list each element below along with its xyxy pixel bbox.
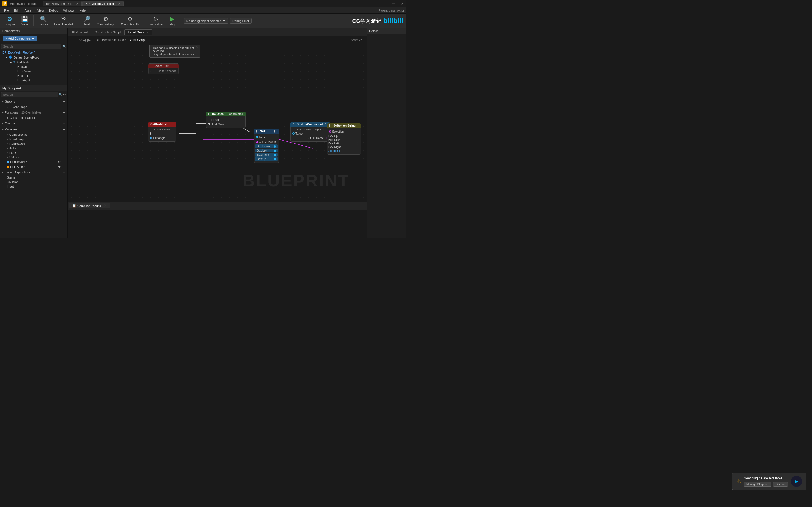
boxright-item[interactable]: □ BoxRight bbox=[0, 78, 67, 82]
title-bar: U MotionControllerMap BP_BoxMesh_Red+ ✕ … bbox=[0, 0, 406, 7]
default-scene-root[interactable]: ▸ 🔷 DefaultSceneRoot bbox=[0, 55, 67, 60]
switch-body: Selection Box Up Box Down Box Left bbox=[327, 128, 361, 155]
menu-edit[interactable]: Edit bbox=[12, 8, 22, 13]
switch-box-up: Box Up bbox=[328, 134, 359, 138]
construction-script-tab[interactable]: Construction Script bbox=[91, 30, 124, 35]
class-settings-button[interactable]: ⚙ Class Settings bbox=[94, 15, 117, 27]
macros-section[interactable]: ▸ Macros + bbox=[0, 120, 67, 126]
start-closed-pin bbox=[208, 123, 210, 125]
viewport-tab[interactable]: ⊞ Viewport bbox=[69, 29, 91, 35]
expand-icon: ▸ bbox=[6, 55, 7, 59]
event-dispatchers-section[interactable]: ▸ Event Dispatchers + bbox=[0, 169, 67, 175]
set-node[interactable]: SET Target Cut Dir Name Box bbox=[254, 129, 279, 163]
exec-out-pin bbox=[357, 146, 359, 149]
browse-button[interactable]: 🔍 Browse bbox=[36, 15, 50, 27]
cutboxmesh-pin-exec-out bbox=[148, 131, 176, 136]
dispatchers-arrow: ▸ bbox=[2, 171, 4, 173]
find-icon: 🔎 bbox=[84, 15, 91, 22]
var-utilities[interactable]: ▸ Utilities bbox=[0, 155, 67, 159]
boxmesh-item[interactable]: ▸ □ BoxMesh bbox=[0, 60, 67, 64]
maximize-button[interactable]: □ bbox=[397, 1, 399, 6]
add-variable-button[interactable]: + bbox=[63, 127, 65, 131]
add-pin-button[interactable]: Add pin + bbox=[328, 149, 359, 153]
macros-arrow: ▸ bbox=[2, 122, 4, 124]
functions-section[interactable]: ▸ Functions (18 Overridable) + bbox=[0, 109, 67, 115]
boxleft-item[interactable]: □ BoxLeft bbox=[0, 73, 67, 78]
event-tick-body: Delta Seconds bbox=[148, 68, 179, 74]
add-component-button[interactable]: + Add Component ▼ bbox=[3, 36, 37, 41]
hide-unrelated-button[interactable]: 👁 Hide Unrelated bbox=[52, 15, 75, 27]
menu-asset[interactable]: Asset bbox=[22, 8, 35, 13]
class-defaults-button[interactable]: ⚙ Class Defaults bbox=[119, 15, 141, 27]
blueprint-search-input[interactable] bbox=[1, 92, 58, 97]
bp-filter-icon: ⋯ bbox=[63, 93, 66, 97]
do-once-node[interactable]: Do Once Completed Reset Start Closed bbox=[206, 112, 246, 128]
components-search-input[interactable] bbox=[1, 44, 61, 49]
tooltip-close-button[interactable]: ✕ bbox=[196, 46, 198, 49]
dispatcher-input[interactable]: Input bbox=[0, 184, 67, 189]
menu-file[interactable]: File bbox=[2, 8, 11, 13]
var-components[interactable]: ▸ Components bbox=[0, 132, 67, 137]
construction-script-item[interactable]: ƒ ConstructionScript bbox=[0, 115, 67, 120]
var-actor[interactable]: ▸ Actor bbox=[0, 146, 67, 151]
cutboxmesh-node[interactable]: CutBoxMesh Custom Event Cut Angle bbox=[148, 122, 176, 142]
tab-close-bp-boxmesh[interactable]: ✕ bbox=[76, 2, 79, 6]
add-function-button[interactable]: + bbox=[63, 110, 65, 115]
event-graph-tab-close[interactable]: ✕ bbox=[146, 31, 149, 34]
var-ref-boxq[interactable]: Ref_BoxQ ⊕ bbox=[0, 164, 67, 169]
menu-debug[interactable]: Debug bbox=[47, 8, 60, 13]
toolbar-separator-1 bbox=[33, 15, 34, 26]
blueprint-editor[interactable]: ☆ ◀ ▶ ⊞ BP_BoxMesh_Red › Event Graph Zoo… bbox=[68, 36, 366, 202]
cube-icon: □ bbox=[15, 70, 16, 73]
add-dispatcher-button[interactable]: + bbox=[63, 170, 65, 174]
play-button[interactable]: ▶ Play bbox=[167, 15, 178, 27]
compiler-results-tab[interactable]: 📋 Compiler Results ✕ bbox=[69, 203, 110, 209]
tab-close-bp-motion[interactable]: ✕ bbox=[118, 2, 121, 6]
simulation-icon: ▷ bbox=[154, 15, 158, 22]
debug-object-dropdown[interactable]: No debug object selected ▼ bbox=[184, 18, 228, 24]
compile-button[interactable]: ⚙ Compile bbox=[2, 15, 17, 27]
var-arrow: ▸ bbox=[7, 138, 8, 140]
var-rendering[interactable]: ▸ Rendering bbox=[0, 137, 67, 142]
exec-out-pin bbox=[225, 113, 227, 115]
tab-bp-motioncontroller[interactable]: BP_MotionController+ ✕ bbox=[82, 1, 124, 6]
add-macro-button[interactable]: + bbox=[63, 121, 65, 125]
event-tick-node[interactable]: Event Tick Delta Seconds bbox=[148, 63, 179, 74]
class-settings-icon: ⚙ bbox=[103, 15, 108, 22]
var-arrow: ▸ bbox=[7, 156, 8, 159]
boxdown-item[interactable]: □ BoxDown bbox=[0, 69, 67, 73]
exec-out-pin bbox=[357, 135, 359, 138]
minimize-button[interactable]: ─ bbox=[393, 1, 395, 6]
back-button[interactable]: ◀ bbox=[83, 38, 86, 42]
add-graph-button[interactable]: + bbox=[63, 99, 65, 104]
var-lod[interactable]: ▸ LOD bbox=[0, 151, 67, 155]
boxup-item[interactable]: □ BoxUp bbox=[0, 64, 67, 69]
grid-icon: ⊞ bbox=[92, 38, 94, 42]
destroy-component-node[interactable]: DestroyComponent Target is Actor Compone… bbox=[290, 122, 330, 142]
compiler-results-icon: 📋 bbox=[72, 204, 76, 208]
event-graph-tab[interactable]: Event Graph ✕ bbox=[124, 29, 153, 35]
menu-window[interactable]: Window bbox=[61, 8, 77, 13]
compiler-results-tab-close[interactable]: ✕ bbox=[104, 204, 106, 208]
menu-view[interactable]: View bbox=[35, 8, 46, 13]
destroy-component-header: DestroyComponent bbox=[290, 122, 330, 127]
save-button[interactable]: 💾 Save bbox=[19, 15, 31, 27]
var-replication[interactable]: ▸ Replication bbox=[0, 142, 67, 146]
menu-help[interactable]: Help bbox=[77, 8, 88, 13]
dispatcher-collision[interactable]: Collision bbox=[0, 180, 67, 184]
find-button[interactable]: 🔎 Find bbox=[81, 15, 93, 27]
simulation-button[interactable]: ▷ Simulation bbox=[147, 15, 165, 27]
expand-icon: ▸ bbox=[10, 60, 12, 64]
variables-section[interactable]: ▸ Variables + bbox=[0, 126, 67, 132]
switch-on-string-node[interactable]: Switch on String Selection Box Up Box Do… bbox=[327, 123, 361, 155]
exec-out-pin bbox=[150, 132, 153, 135]
close-button[interactable]: ✕ bbox=[401, 1, 404, 6]
debug-filter-button[interactable]: Debug Filter bbox=[230, 18, 252, 24]
pin-dot bbox=[274, 158, 276, 160]
dispatcher-game[interactable]: Game bbox=[0, 175, 67, 180]
var-cutdirname[interactable]: CutDirName ⊕ bbox=[0, 159, 67, 164]
event-graph-item[interactable]: ⬡ EventGraph bbox=[0, 105, 67, 109]
tab-bp-boxmesh[interactable]: BP_BoxMesh_Red+ ✕ bbox=[43, 1, 82, 6]
forward-button[interactable]: ▶ bbox=[87, 38, 91, 42]
graphs-section[interactable]: ▸ Graphs + bbox=[0, 98, 67, 105]
